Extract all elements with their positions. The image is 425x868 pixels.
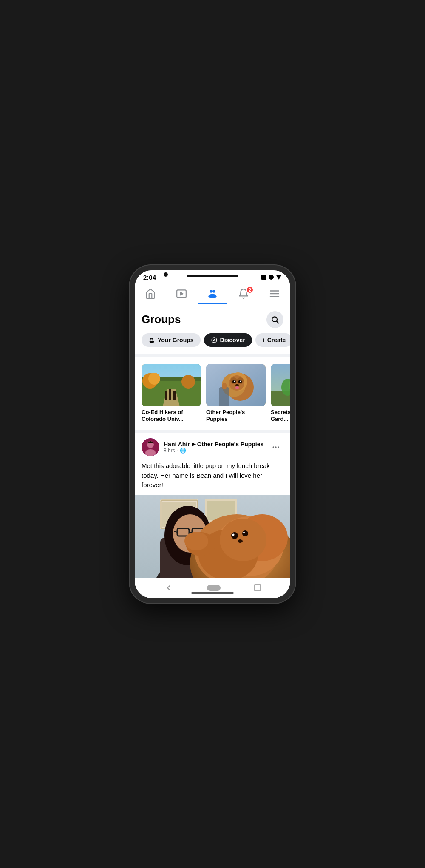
svg-point-95 (243, 532, 245, 533)
svg-point-91 (220, 519, 266, 561)
group-card-garden[interactable]: Secrets to Seasonal Gard... (271, 364, 290, 423)
phone-device: 2:04 (130, 265, 295, 603)
svg-point-93 (242, 530, 248, 536)
group-card-puppies[interactable]: Other People's Puppies (206, 364, 266, 423)
post-time: 8 hrs (164, 448, 175, 454)
svg-point-14 (151, 340, 154, 343)
video-icon (176, 288, 187, 300)
nav-menu[interactable] (260, 285, 289, 304)
svg-point-5 (212, 295, 216, 298)
nav-groups[interactable] (198, 285, 227, 304)
status-time: 2:04 (143, 274, 156, 281)
phone-bottom-bar (191, 592, 234, 594)
group-card-img-puppies (206, 364, 266, 406)
globe-icon: 🌐 (180, 448, 186, 454)
post-meta: 8 hrs · 🌐 (164, 448, 264, 454)
author-name: Hani Ahir (164, 441, 190, 448)
svg-point-38 (235, 386, 239, 389)
back-button[interactable] (164, 583, 173, 593)
svg-rect-40 (222, 383, 227, 389)
svg-point-68 (275, 447, 276, 448)
svg-point-37 (235, 384, 239, 386)
nav-bar: 2 (135, 283, 290, 304)
svg-line-10 (277, 321, 279, 323)
groups-icon (207, 288, 218, 300)
svg-point-2 (210, 290, 212, 293)
svg-point-67 (273, 447, 274, 448)
create-button[interactable]: + Create (255, 333, 290, 347)
nav-notifications[interactable]: 2 (229, 285, 258, 304)
svg-point-3 (212, 290, 215, 293)
post-author-info: Hani Ahir ▶ Other People's Puppies 8 hrs… (142, 438, 264, 456)
group-card-hikers[interactable]: Co-Ed Hikers of Colorado Univ... (142, 364, 201, 423)
author-name-group: Hani Ahir ▶ Other People's Puppies 8 hrs… (164, 441, 264, 454)
author-name-line: Hani Ahir ▶ Other People's Puppies (164, 441, 264, 448)
svg-point-92 (231, 532, 238, 539)
svg-rect-23 (165, 391, 167, 400)
recents-button[interactable] (254, 584, 261, 591)
svg-point-98 (184, 532, 208, 550)
post-content: Met this adorable little pup on my lunch… (135, 461, 290, 495)
signal-icon (269, 275, 274, 280)
group-card-img-hikers (142, 364, 201, 406)
svg-rect-25 (173, 391, 176, 400)
post-header: Hani Ahir ▶ Other People's Puppies 8 hrs… (135, 433, 290, 461)
post-card: Hani Ahir ▶ Other People's Puppies 8 hrs… (135, 433, 290, 577)
groups-row: Co-Ed Hikers of Colorado Univ... (135, 357, 290, 430)
group-card-img-garden (271, 364, 290, 406)
group-card-name-1: Other People's Puppies (206, 409, 266, 423)
status-icons (261, 275, 282, 280)
svg-point-22 (181, 375, 195, 389)
svg-point-36 (240, 380, 241, 382)
battery-icon (261, 275, 266, 280)
svg-marker-16 (213, 339, 215, 341)
filter-row: Your Groups Discover + Create (135, 328, 290, 354)
arrow-icon: ▶ (192, 441, 196, 447)
create-label: + Create (262, 337, 286, 343)
phone-speaker (187, 275, 238, 277)
android-nav-bar (135, 578, 290, 598)
svg-point-66 (145, 449, 156, 456)
svg-rect-39 (219, 387, 230, 406)
notification-badge: 2 (246, 286, 254, 294)
divider (135, 354, 290, 357)
group-card-name-0: Co-Ed Hikers of Colorado Univ... (142, 409, 201, 423)
svg-point-94 (232, 533, 235, 536)
wifi-icon (276, 275, 282, 280)
nav-home[interactable] (136, 285, 165, 304)
search-button[interactable] (266, 311, 283, 328)
nav-video[interactable] (167, 285, 196, 304)
svg-rect-24 (169, 389, 171, 400)
more-options-button[interactable] (268, 440, 283, 455)
svg-point-21 (148, 373, 160, 385)
svg-point-35 (234, 380, 235, 382)
your-groups-button[interactable]: Your Groups (142, 333, 201, 347)
phone-screen: 2:04 (135, 270, 290, 598)
dot-separator: · (177, 448, 178, 454)
your-groups-label: Your Groups (158, 337, 194, 343)
phone-camera (164, 272, 168, 277)
discover-button[interactable]: Discover (204, 333, 252, 347)
group-card-name-2: Secrets to Seasonal Gard... (271, 409, 290, 423)
main-content: Groups Your Groups (135, 304, 290, 578)
svg-point-96 (238, 539, 243, 543)
svg-point-12 (152, 338, 153, 339)
post-group-name: Other People's Puppies (197, 441, 264, 448)
svg-point-69 (278, 447, 279, 448)
menu-icon (269, 288, 280, 300)
home-icon (144, 288, 156, 300)
post-image (135, 495, 290, 578)
home-button[interactable] (207, 585, 221, 591)
svg-point-11 (150, 338, 152, 339)
groups-header: Groups (135, 304, 290, 328)
avatar (142, 438, 159, 456)
svg-marker-1 (181, 292, 183, 295)
discover-label: Discover (220, 337, 245, 343)
page-title: Groups (142, 313, 181, 326)
